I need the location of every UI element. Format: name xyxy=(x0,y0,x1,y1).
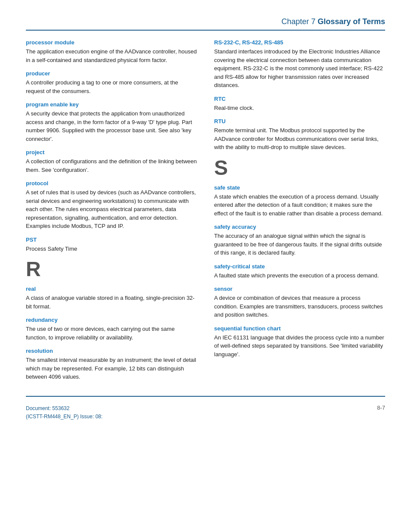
content-area: processor module The application executi… xyxy=(26,39,385,383)
term-body-protocol: A set of rules that is used by devices (… xyxy=(26,188,197,230)
term-title-safe-state: safe state xyxy=(214,184,385,191)
top-rule xyxy=(26,30,385,31)
term-body-safe-state: A state which enables the execution of a… xyxy=(214,193,385,218)
term-title-program-enable-key: program enable key xyxy=(26,101,197,108)
term-pst: PST Process Safety Time xyxy=(26,236,197,253)
term-sensor: sensor A device or combination of device… xyxy=(214,286,385,319)
term-title-safety-critical-state: safety-critical state xyxy=(214,263,385,270)
term-body-processor-module: The application execution engine of the … xyxy=(26,47,197,64)
chapter-word: Chapter 7 xyxy=(281,17,315,26)
term-safe-state: safe state A state which enables the exe… xyxy=(214,184,385,218)
term-title-pst: PST xyxy=(26,236,197,243)
term-producer: producer A controller producing a tag to… xyxy=(26,70,197,95)
term-title-producer: producer xyxy=(26,70,197,77)
footer-doc-line1: Document: 553632 xyxy=(26,404,103,413)
term-body-real: A class of analogue variable stored in a… xyxy=(26,294,197,311)
header: Chapter 7 Glossary of Terms xyxy=(26,0,385,30)
term-body-rtu: Remote terminal unit. The Modbus protoco… xyxy=(214,126,385,152)
left-column: processor module The application executi… xyxy=(26,39,197,383)
term-title-protocol: protocol xyxy=(26,180,197,187)
term-sequential-function-chart: sequential function chart An IEC 61131 l… xyxy=(214,325,385,359)
term-title-sequential-function-chart: sequential function chart xyxy=(214,325,385,332)
term-title-processor-module: processor module xyxy=(26,39,197,46)
term-body-producer: A controller producing a tag to one or m… xyxy=(26,78,197,95)
term-body-pst: Process Safety Time xyxy=(26,245,197,253)
term-rs: RS-232-C, RS-422, RS-485 Standard interf… xyxy=(214,39,385,90)
term-body-safety-accuracy: The accuracy of an analogue signal withi… xyxy=(214,232,385,257)
footer: Document: 553632 (ICSTT-RM448_EN_P) Issu… xyxy=(26,401,385,421)
term-title-redundancy: redundancy xyxy=(26,317,197,323)
chapter-name: Glossary of Terms xyxy=(318,17,385,26)
footer-doc-line2: (ICSTT-RM448_EN_P) Issue: 08: xyxy=(26,413,103,421)
term-rtc: RTC Real-time clock. xyxy=(214,96,385,112)
term-real: real A class of analogue variable stored… xyxy=(26,286,197,311)
footer-rule xyxy=(26,396,385,397)
term-title-rtc: RTC xyxy=(214,96,385,102)
section-letter-s: S xyxy=(214,158,385,178)
term-body-project: A collection of configurations and the d… xyxy=(26,157,197,174)
page: Chapter 7 Glossary of Terms processor mo… xyxy=(0,0,411,532)
term-body-program-enable-key: A security device that protects the appl… xyxy=(26,109,197,143)
term-title-real: real xyxy=(26,286,197,292)
term-safety-accuracy: safety accuracy The accuracy of an analo… xyxy=(214,224,385,257)
right-column: RS-232-C, RS-422, RS-485 Standard interf… xyxy=(214,39,385,383)
term-safety-critical-state: safety-critical state A faulted state wh… xyxy=(214,263,385,280)
term-title-safety-accuracy: safety accuracy xyxy=(214,224,385,230)
term-project: project A collection of configurations a… xyxy=(26,149,197,174)
term-rtu: RTU Remote terminal unit. The Modbus pro… xyxy=(214,118,385,152)
term-processor-module: processor module The application executi… xyxy=(26,39,197,64)
term-title-project: project xyxy=(26,149,197,156)
term-body-safety-critical-state: A faulted state which prevents the execu… xyxy=(214,271,385,280)
term-redundancy: redundancy The use of two or more device… xyxy=(26,317,197,342)
term-protocol: protocol A set of rules that is used by … xyxy=(26,180,197,230)
term-body-redundancy: The use of two or more devices, each car… xyxy=(26,325,197,342)
term-body-resolution: The smallest interval measurable by an i… xyxy=(26,356,197,381)
term-program-enable-key: program enable key A security device tha… xyxy=(26,101,197,143)
term-title-resolution: resolution xyxy=(26,348,197,354)
term-body-rtc: Real-time clock. xyxy=(214,104,385,112)
section-letter-r: R xyxy=(26,259,197,280)
term-body-sensor: A device or combination of devices that … xyxy=(214,294,385,319)
footer-document-info: Document: 553632 (ICSTT-RM448_EN_P) Issu… xyxy=(26,404,103,421)
term-title-rs: RS-232-C, RS-422, RS-485 xyxy=(214,39,385,46)
term-body-rs: Standard interfaces introduced by the El… xyxy=(214,47,385,90)
term-resolution: resolution The smallest interval measura… xyxy=(26,348,197,381)
term-body-sequential-function-chart: An IEC 61131 language that divides the p… xyxy=(214,333,385,359)
term-title-sensor: sensor xyxy=(214,286,385,292)
footer-page-number: 8-7 xyxy=(377,404,385,411)
chapter-title: Chapter 7 Glossary of Terms xyxy=(281,17,385,26)
term-title-rtu: RTU xyxy=(214,118,385,124)
